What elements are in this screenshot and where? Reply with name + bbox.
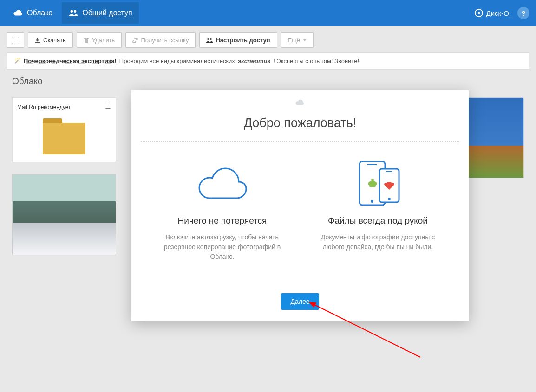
devices-icon: [353, 158, 404, 209]
next-button[interactable]: Далее: [281, 293, 319, 310]
cloud-outline-icon: [192, 162, 253, 204]
modal-cloud-icon: [131, 90, 469, 109]
feature-devices-title: Файлы всегда под рукой: [308, 216, 448, 226]
svg-point-3: [371, 200, 373, 203]
modal-backdrop: Добро пожаловать! Ничего не потеряется В…: [0, 0, 536, 392]
svg-point-10: [388, 198, 391, 200]
feature-backup-title: Ничего не потеряется: [153, 216, 292, 226]
feature-devices-body: Документы и фотографии доступны с любого…: [308, 232, 448, 252]
svg-rect-6: [369, 181, 376, 187]
modal-separator: [141, 141, 459, 142]
feature-backup: Ничего не потеряется Включите автозагруз…: [153, 155, 292, 262]
svg-point-5: [371, 179, 374, 181]
feature-backup-body: Включите автозагрузку, чтобы начать резе…: [153, 232, 292, 262]
feature-devices: Файлы всегда под рукой Документы и фотог…: [308, 155, 448, 262]
modal-title: Добро пожаловать!: [131, 109, 469, 141]
svg-rect-7: [368, 182, 370, 185]
svg-rect-8: [375, 182, 377, 185]
welcome-modal: Добро пожаловать! Ничего не потеряется В…: [131, 90, 469, 321]
